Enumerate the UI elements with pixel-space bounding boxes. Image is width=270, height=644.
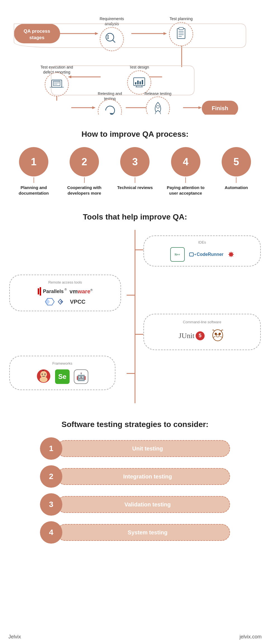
strategies-title: Software testing strategies to consider: bbox=[8, 420, 262, 429]
improve-label-5: Automation bbox=[225, 185, 248, 190]
svg-line-65 bbox=[213, 336, 215, 338]
svg-rect-55 bbox=[190, 253, 193, 256]
svg-rect-21 bbox=[179, 27, 183, 30]
connector-frameworks bbox=[127, 373, 135, 374]
vmware-logo: vmware® bbox=[70, 288, 93, 295]
ides-label: IDEs bbox=[151, 240, 253, 244]
svg-rect-41 bbox=[137, 81, 139, 84]
strategy-item-4: 4 System testing bbox=[40, 521, 230, 544]
strategy-item-2: 2 Integration testing bbox=[40, 465, 230, 488]
svg-rect-42 bbox=[139, 81, 141, 84]
qa-flow-diagram: QA process stages Requirements analysis … bbox=[8, 8, 263, 115]
svg-point-64 bbox=[216, 335, 219, 337]
svg-marker-58 bbox=[45, 298, 50, 305]
improve-qa-section: How to improve QA process: 1 Planning an… bbox=[0, 121, 270, 204]
remote-access-label: Remote access tools bbox=[17, 280, 113, 284]
remote-access-panel: Remote access tools Parallels ® vmware® bbox=[9, 275, 121, 311]
svg-marker-1 bbox=[164, 32, 167, 35]
strategy-item-3: 3 Validation testing bbox=[40, 493, 230, 516]
strategy-label-4: System testing bbox=[119, 529, 167, 536]
footer-right: jelvix.com bbox=[240, 634, 262, 640]
selenium-logo: Se bbox=[55, 369, 70, 384]
svg-marker-6 bbox=[198, 106, 202, 109]
improve-items-container: 1 Planning and documentation 2 Cooperati… bbox=[8, 147, 262, 196]
improve-label-1: Planning and documentation bbox=[11, 185, 56, 196]
improve-item-2: 2 Cooperating with developers more bbox=[62, 147, 107, 196]
vpcc-logo: VPCC bbox=[58, 299, 86, 305]
connector-cmdline bbox=[135, 334, 143, 335]
strategy-label-3: Validation testing bbox=[116, 501, 171, 508]
svg-point-19 bbox=[169, 22, 193, 46]
footer-left: Jelvix bbox=[8, 634, 21, 640]
improve-item-4: 4 Paying attention to user acceptance bbox=[163, 147, 208, 196]
svg-point-63 bbox=[219, 333, 221, 335]
strategy-num-3: 3 bbox=[40, 493, 62, 516]
improve-circle-4: 4 bbox=[171, 147, 200, 176]
svg-point-36 bbox=[127, 71, 151, 94]
svg-rect-17 bbox=[107, 38, 109, 39]
robot-framework-logo: 🤖 bbox=[74, 369, 88, 384]
command-line-label: Command-line software bbox=[152, 320, 252, 324]
svg-marker-4 bbox=[92, 106, 96, 109]
tools-section: Tools that help improve QA: IDEs N++ Cod… bbox=[0, 204, 270, 412]
junit-logo: JUnit 5 bbox=[179, 331, 204, 340]
strategy-label-2: Integration testing bbox=[115, 473, 172, 480]
improve-title: How to improve QA process: bbox=[8, 130, 262, 139]
improve-label-2: Cooperating with developers more bbox=[62, 185, 107, 196]
improve-label-3: Technical reviews bbox=[117, 185, 153, 190]
strategy-label-box-1: Unit testing bbox=[57, 440, 230, 457]
improve-item-3: 3 Technical reviews bbox=[113, 147, 157, 190]
improve-circle-3: 3 bbox=[120, 147, 150, 176]
wildcat-tool-icon bbox=[210, 327, 226, 344]
svg-marker-0 bbox=[95, 32, 98, 35]
strategy-num-1: 1 bbox=[40, 437, 62, 460]
svg-point-49 bbox=[146, 97, 170, 115]
footer: Jelvix jelvix.com bbox=[8, 634, 262, 640]
svg-rect-16 bbox=[107, 37, 109, 37]
svg-marker-60 bbox=[60, 300, 63, 303]
coderunner-logo: CodeRunner bbox=[189, 251, 224, 258]
svg-marker-3 bbox=[68, 76, 71, 78]
improve-circle-2: 2 bbox=[70, 147, 99, 176]
svg-rect-40 bbox=[135, 82, 136, 84]
improve-item-5: 5 Automation bbox=[214, 147, 259, 190]
qa-stages-section: QA process stages Requirements analysis … bbox=[0, 0, 270, 121]
strategies-section: Software testing strategies to consider:… bbox=[0, 412, 270, 558]
svg-rect-43 bbox=[142, 80, 143, 84]
jenkins-logo bbox=[36, 369, 51, 384]
strategy-num-2: 2 bbox=[40, 465, 62, 488]
svg-point-70 bbox=[42, 374, 43, 375]
wildcat-icon: ✸ bbox=[228, 250, 234, 259]
svg-text:stages: stages bbox=[29, 35, 44, 40]
strategy-label-1: Unit testing bbox=[124, 445, 163, 452]
strategy-label-box-3: Validation testing bbox=[57, 496, 230, 513]
tools-title: Tools that help improve QA: bbox=[8, 213, 262, 221]
svg-point-62 bbox=[215, 333, 217, 335]
strategy-label-box-4: System testing bbox=[57, 524, 230, 541]
strategy-items-container: 1 Unit testing 2 Integration testing 3 V… bbox=[8, 437, 262, 544]
connector-remote bbox=[127, 295, 135, 296]
improve-label-4: Paying attention to user acceptance bbox=[163, 185, 208, 196]
improve-item-1: 1 Planning and documentation bbox=[11, 147, 56, 196]
command-line-panel: Command-line software JUnit 5 bbox=[143, 314, 261, 350]
strategy-item-1: 1 Unit testing bbox=[40, 437, 230, 460]
svg-marker-56 bbox=[194, 254, 196, 255]
svg-point-46 bbox=[98, 100, 122, 115]
virtualbox-logo bbox=[45, 298, 55, 306]
improve-circle-5: 5 bbox=[222, 147, 251, 176]
svg-point-69 bbox=[40, 377, 48, 382]
frameworks-label: Frameworks bbox=[17, 361, 108, 365]
connector-ides bbox=[135, 249, 143, 250]
improve-circle-1: 1 bbox=[19, 147, 48, 176]
svg-rect-15 bbox=[107, 35, 109, 36]
svg-text:Test planning: Test planning bbox=[170, 16, 193, 21]
notepadpp-icon: N++ bbox=[170, 247, 185, 262]
parallels-logo: Parallels ® bbox=[38, 287, 67, 296]
svg-point-28 bbox=[45, 73, 68, 96]
svg-text:Requirements: Requirements bbox=[100, 16, 124, 21]
svg-text:Finish: Finish bbox=[212, 105, 228, 111]
svg-line-66 bbox=[220, 336, 222, 338]
ides-panel: IDEs N++ CodeRunner ✸ bbox=[143, 235, 261, 266]
svg-text:QA process: QA process bbox=[24, 29, 50, 34]
frameworks-panel: Frameworks bbox=[9, 356, 115, 390]
